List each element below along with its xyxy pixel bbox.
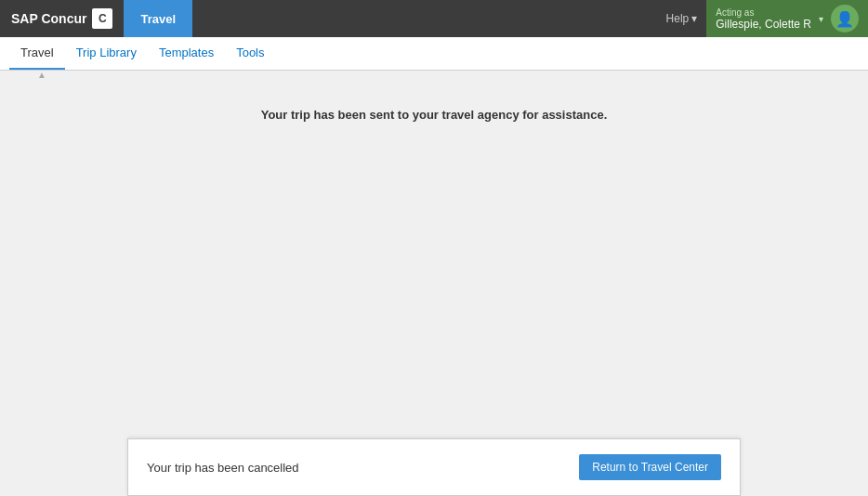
main-content: Your trip has been sent to your travel a…: [0, 71, 868, 496]
nav-travel-label: Travel: [20, 46, 54, 59]
acting-as-text: Acting as Gillespie, Colette R: [716, 7, 811, 31]
logo-icon: C: [92, 8, 112, 29]
nav-item-trip-library[interactable]: Trip Library: [65, 37, 148, 70]
user-avatar: 👤: [831, 5, 859, 33]
nav-tools-label: Tools: [236, 46, 264, 59]
acting-as-area[interactable]: Acting as Gillespie, Colette R ▾ 👤: [706, 0, 868, 37]
nav-arrow-icon: ▲: [35, 70, 48, 77]
topbar: SAP Concur C Travel Help ▾ Acting as Gil…: [0, 0, 868, 37]
cancel-message: Your trip has been cancelled: [147, 461, 299, 475]
info-message: Your trip has been sent to your travel a…: [261, 108, 608, 122]
logo-text: SAP Concur: [11, 11, 86, 26]
travel-tab[interactable]: Travel: [124, 0, 192, 37]
topbar-left: SAP Concur C Travel: [0, 0, 192, 37]
help-chevron-icon: ▾: [691, 12, 697, 25]
nav-item-tools[interactable]: Tools: [225, 37, 275, 70]
help-label: Help: [666, 12, 690, 25]
travel-tab-label: Travel: [140, 12, 176, 26]
logo-area: SAP Concur C: [0, 0, 124, 37]
navbar: Travel Trip Library Templates Tools ▲: [0, 37, 868, 71]
acting-as-chevron-icon: ▾: [819, 14, 823, 24]
nav-item-templates[interactable]: Templates: [148, 37, 225, 70]
topbar-right: Help ▾ Acting as Gillespie, Colette R ▾ …: [657, 0, 868, 37]
nav-trip-library-label: Trip Library: [76, 46, 137, 59]
nav-templates-label: Templates: [159, 46, 214, 59]
help-button[interactable]: Help ▾: [657, 12, 707, 25]
acting-as-label: Acting as: [716, 7, 811, 18]
acting-as-name: Gillespie, Colette R: [716, 18, 811, 31]
nav-item-travel[interactable]: Travel: [9, 37, 65, 70]
return-to-travel-center-button[interactable]: Return to Travel Center: [579, 454, 721, 480]
notification-panel: Your trip has been cancelled Return to T…: [127, 438, 741, 496]
